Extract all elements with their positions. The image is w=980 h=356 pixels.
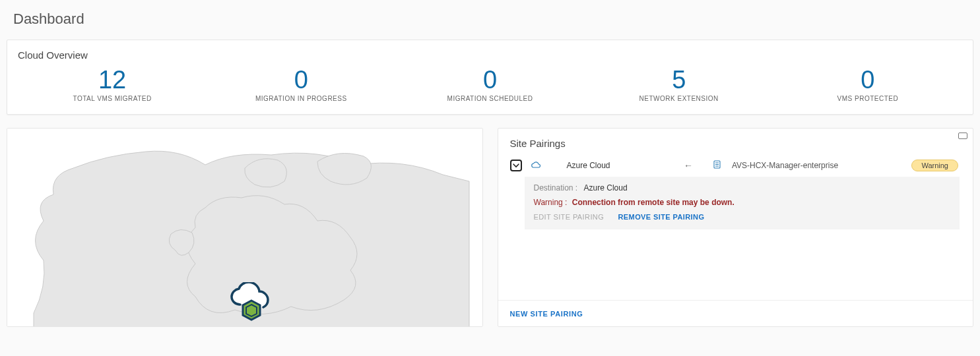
stat-migration-in-progress[interactable]: 0 MIGRATION IN PROGRESS — [207, 67, 395, 102]
site-pairings-panel: Site Pairings Azure Cloud ← AVS-HCX-Mana… — [498, 128, 974, 327]
cloud-marker-icon[interactable] — [228, 282, 275, 322]
map-panel[interactable] — [7, 128, 483, 327]
new-site-pairing-button[interactable]: NEW SITE PAIRING — [510, 310, 583, 318]
stat-migration-scheduled[interactable]: 0 MIGRATION SCHEDULED — [395, 67, 584, 102]
stat-label: VMS PROTECTED — [773, 95, 962, 102]
stat-label: NETWORK EXTENSION — [585, 95, 773, 102]
site-pairings-title: Site Pairings — [498, 129, 973, 153]
chevron-down-icon[interactable] — [510, 160, 522, 171]
stat-vms-protected[interactable]: 0 VMS PROTECTED — [773, 67, 962, 102]
edit-site-pairing-button: EDIT SITE PAIRING — [534, 213, 604, 221]
stat-label: TOTAL VMS MIGRATED — [18, 95, 207, 102]
stat-value: 12 — [18, 67, 207, 92]
cloud-overview-title: Cloud Overview — [18, 49, 962, 61]
warning-label: Warning : — [534, 198, 568, 207]
pairing-detail: Destination : Azure Cloud Warning : Conn… — [525, 177, 960, 229]
status-badge: Warning — [911, 160, 958, 171]
page-title: Dashboard — [13, 11, 973, 28]
expand-icon[interactable] — [958, 133, 967, 139]
arrow-left-icon: ← — [684, 160, 693, 171]
stat-value: 0 — [773, 67, 962, 92]
stat-value: 5 — [585, 67, 773, 92]
stat-total-vms-migrated[interactable]: 12 TOTAL VMS MIGRATED — [18, 67, 207, 102]
pairing-destination-name: AVS-HCX-Manager-enterprise — [732, 161, 838, 170]
cloud-overview-card: Cloud Overview 12 TOTAL VMS MIGRATED 0 M… — [7, 40, 973, 115]
destination-value: Azure Cloud — [584, 183, 628, 193]
datacenter-icon — [713, 160, 721, 171]
stat-label: MIGRATION IN PROGRESS — [207, 95, 395, 102]
destination-label: Destination : — [534, 183, 578, 193]
stat-value: 0 — [207, 67, 395, 92]
remove-site-pairing-button[interactable]: REMOVE SITE PAIRING — [618, 213, 704, 221]
warning-message: Connection from remote site may be down. — [572, 198, 735, 207]
pairing-row[interactable]: Azure Cloud ← AVS-HCX-Manager-enterprise… — [498, 153, 973, 177]
cloud-icon — [531, 161, 540, 171]
stat-label: MIGRATION SCHEDULED — [395, 95, 584, 102]
stat-network-extension[interactable]: 5 NETWORK EXTENSION — [585, 67, 773, 102]
stat-value: 0 — [395, 67, 584, 92]
pairing-source-name: Azure Cloud — [567, 161, 610, 170]
